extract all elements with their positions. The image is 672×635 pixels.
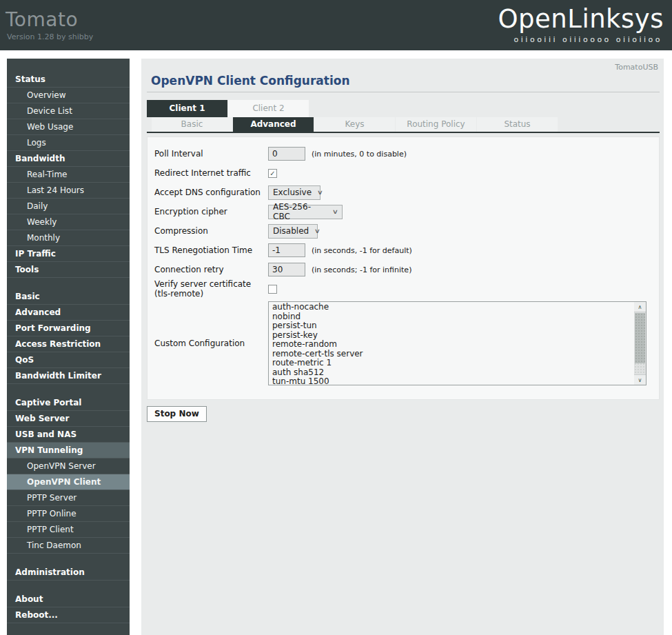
chevron-down-icon: ∨ xyxy=(317,189,323,196)
sidebar-item-about[interactable]: About xyxy=(7,592,130,607)
sidebar-item-vpn-tunneling[interactable]: VPN Tunneling xyxy=(7,443,130,458)
encryption-cipher-select[interactable]: AES-256-CBC ∨ xyxy=(268,205,343,219)
row-accept-dns: Accept DNS configuration Exclusive ∨ xyxy=(147,183,659,202)
sidebar-item-tinc-daemon[interactable]: Tinc Daemon xyxy=(7,538,130,554)
row-poll-interval: Poll Interval (in minutes, 0 to disable) xyxy=(147,144,659,163)
compression-label: Compression xyxy=(154,226,268,236)
sidebar-item-web-usage[interactable]: Web Usage xyxy=(7,119,130,135)
tab-client-1[interactable]: Client 1 xyxy=(147,100,227,117)
redirect-traffic-label: Redirect Internet traffic xyxy=(154,168,268,178)
sidebar-item-captive-portal[interactable]: Captive Portal xyxy=(7,395,130,411)
poll-interval-input[interactable] xyxy=(268,147,305,161)
sidebar-item-pptp-online[interactable]: PPTP Online xyxy=(7,506,130,522)
sidebar-item-usb-and-nas[interactable]: USB and NAS xyxy=(7,427,130,443)
sidebar-spacer xyxy=(7,384,130,395)
sidebar-item-pptp-client[interactable]: PPTP Client xyxy=(7,522,130,538)
sidebar-item-openvpn-server[interactable]: OpenVPN Server xyxy=(7,458,130,474)
sidebar-item-access-restriction[interactable]: Access Restriction xyxy=(7,336,130,352)
tab-divider xyxy=(147,132,660,133)
scroll-down-icon[interactable]: ∨ xyxy=(634,374,646,385)
connection-retry-input[interactable] xyxy=(268,263,305,276)
sidebar-item-bandwidth[interactable]: Bandwidth xyxy=(7,151,130,167)
logo-binary-text: oiiooiii oiiioooo oiioiioo xyxy=(514,35,662,44)
sidebar-spacer xyxy=(7,278,130,289)
encryption-cipher-value: AES-256-CBC xyxy=(273,202,327,221)
compression-select[interactable]: Disabled ∨ xyxy=(268,224,318,239)
tab-basic[interactable]: Basic xyxy=(152,117,232,132)
textarea-scrollbar[interactable]: ∧ ∨ xyxy=(634,302,646,385)
sidebar-item-administration[interactable]: Administration xyxy=(7,565,130,581)
custom-config-text[interactable]: auth-nocache nobind persist-tun persist-… xyxy=(272,303,632,385)
brand-version: Version 1.28 by shibby xyxy=(7,32,93,41)
poll-interval-label: Poll Interval xyxy=(154,149,268,159)
sidebar-item-port-forwarding[interactable]: Port Forwarding xyxy=(7,321,130,336)
chevron-down-icon: ∨ xyxy=(314,228,320,234)
poll-interval-note: (in minutes, 0 to disable) xyxy=(312,150,407,159)
row-custom-config: Custom Configuration auth-nocache nobind… xyxy=(147,299,659,388)
row-connection-retry: Connection retry (in seconds; -1 for inf… xyxy=(147,260,659,279)
sidebar-item-bandwidth-limiter[interactable]: Bandwidth Limiter xyxy=(7,368,130,384)
tls-renegotiation-label: TLS Renegotiation Time xyxy=(154,245,268,255)
section-tabs: Basic Advanced Keys Routing Policy Statu… xyxy=(152,117,664,132)
sidebar-item-reboot[interactable]: Reboot... xyxy=(7,607,130,623)
stop-now-button[interactable]: Stop Now xyxy=(147,406,207,422)
connection-retry-label: Connection retry xyxy=(154,265,268,274)
redirect-traffic-checkbox-checked[interactable]: ✓ xyxy=(268,169,277,178)
tab-keys[interactable]: Keys xyxy=(314,117,395,132)
build-name-label: TomatoUSB xyxy=(615,63,658,72)
tab-routing-policy[interactable]: Routing Policy xyxy=(396,117,476,132)
page-title: OpenVPN Client Configuration xyxy=(141,59,664,88)
row-redirect-traffic: Redirect Internet traffic ✓ xyxy=(147,163,659,183)
verify-cert-checkbox-unchecked[interactable] xyxy=(268,285,277,294)
row-compression: Compression Disabled ∨ xyxy=(147,221,659,241)
client-tabs: Client 1 Client 2 xyxy=(147,100,664,117)
chevron-down-icon: ∨ xyxy=(332,208,338,215)
sidebar-item-logs[interactable]: Logs xyxy=(7,135,130,151)
app-header: Tomato Version 1.28 by shibby OpenLinksy… xyxy=(0,0,672,50)
compression-value: Disabled xyxy=(273,226,309,236)
sidebar-item-monthly[interactable]: Monthly xyxy=(7,230,130,246)
sidebar-item-tools[interactable]: Tools xyxy=(7,262,130,278)
sidebar-item-weekly[interactable]: Weekly xyxy=(7,214,130,230)
sidebar-item-device-list[interactable]: Device List xyxy=(7,103,130,119)
row-encryption-cipher: Encryption cipher AES-256-CBC ∨ xyxy=(147,202,659,221)
sidebar-item-qos[interactable]: QoS xyxy=(7,352,130,368)
sidebar-item-web-server[interactable]: Web Server xyxy=(7,411,130,427)
sidebar-item-openvpn-client[interactable]: OpenVPN Client xyxy=(7,474,130,490)
main-content: TomatoUSB OpenVPN Client Configuration C… xyxy=(141,59,664,635)
custom-config-textarea[interactable]: auth-nocache nobind persist-tun persist-… xyxy=(268,301,646,385)
openlinksys-logo: OpenLinksys xyxy=(498,4,664,34)
scroll-up-icon[interactable]: ∧ xyxy=(634,302,646,312)
config-panel: Poll Interval (in minutes, 0 to disable)… xyxy=(147,137,660,400)
row-verify-cert: Verify server certificate (tls-remote) xyxy=(147,279,659,299)
brand-title: Tomato xyxy=(6,8,78,31)
sidebar-item-ip-traffic[interactable]: IP Traffic xyxy=(7,246,130,262)
sidebar-nav: StatusOverviewDevice ListWeb UsageLogsBa… xyxy=(7,59,130,635)
sidebar-item-real-time[interactable]: Real-Time xyxy=(7,167,130,183)
sidebar-item-last-24-hours[interactable]: Last 24 Hours xyxy=(7,183,130,199)
sidebar-spacer xyxy=(7,581,130,592)
sidebar-item-status[interactable]: Status xyxy=(7,72,130,88)
sidebar-item-basic[interactable]: Basic xyxy=(7,289,130,305)
verify-cert-label: Verify server certificate (tls-remote) xyxy=(154,279,268,299)
tab-status[interactable]: Status xyxy=(477,117,558,132)
tls-renegotiation-input[interactable] xyxy=(268,243,305,257)
tls-renegotiation-note: (in seconds, -1 for default) xyxy=(312,246,412,255)
encryption-cipher-label: Encryption cipher xyxy=(154,207,268,216)
custom-config-label: Custom Configuration xyxy=(154,339,268,348)
scrollbar-thumb[interactable] xyxy=(635,313,645,363)
connection-retry-note: (in seconds; -1 for infinite) xyxy=(312,265,411,274)
tab-advanced[interactable]: Advanced xyxy=(233,117,314,132)
title-divider xyxy=(147,92,660,92)
sidebar-item-pptp-server[interactable]: PPTP Server xyxy=(7,490,130,506)
sidebar-spacer xyxy=(7,554,130,565)
sidebar-item-daily[interactable]: Daily xyxy=(7,199,130,214)
accept-dns-label: Accept DNS configuration xyxy=(154,188,268,197)
sidebar-item-overview[interactable]: Overview xyxy=(7,88,130,103)
tab-client-2[interactable]: Client 2 xyxy=(228,100,309,117)
sidebar-item-advanced[interactable]: Advanced xyxy=(7,305,130,321)
row-tls-renegotiation: TLS Renegotiation Time (in seconds, -1 f… xyxy=(147,241,659,260)
accept-dns-select[interactable]: Exclusive ∨ xyxy=(268,185,320,200)
accept-dns-value: Exclusive xyxy=(273,188,312,197)
